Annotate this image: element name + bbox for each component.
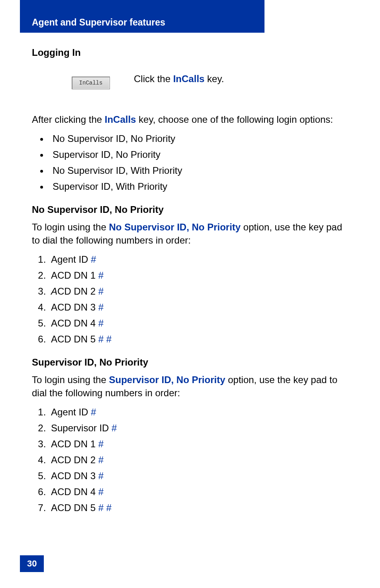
list-item: ACD DN 5 # #	[49, 334, 348, 345]
hash-symbol: #	[98, 270, 104, 281]
hash-symbol: #	[98, 470, 104, 481]
list-item: No Supervisor ID, With Priority	[49, 165, 348, 176]
list-item: ACD DN 1 #	[49, 439, 348, 450]
italic-a: A	[51, 286, 57, 297]
hash-symbol: #	[91, 254, 96, 265]
section-title: Logging In	[32, 47, 348, 58]
intro-post: key, choose one of the following login o…	[136, 114, 333, 125]
header-title: Agent and Supervisor features	[32, 17, 165, 28]
list-item: Supervisor ID, No Priority	[49, 149, 348, 160]
list-item: Supervisor ID #	[49, 423, 348, 434]
hash-symbol: #	[98, 454, 104, 465]
header-band: Agent and Supervisor features	[20, 0, 264, 33]
sec2-intro: To login using the Supervisor ID, No Pri…	[32, 374, 348, 399]
click-post: key.	[204, 73, 224, 84]
hash-symbol: #	[98, 302, 104, 313]
list-item: ACD DN 1 #	[49, 270, 348, 281]
sec1-intro-link[interactable]: No Supervisor ID, No Priority	[109, 222, 241, 232]
item-text: CD DN 2	[57, 286, 98, 297]
item-text: Agent ID	[51, 254, 91, 265]
hash-symbol: #	[112, 423, 117, 433]
item-text: Agent ID	[51, 407, 91, 417]
sec2-list: Agent ID #Supervisor ID #ACD DN 1 #ACD D…	[49, 407, 348, 513]
click-pre: Click the	[134, 73, 173, 84]
sec1-list: Agent ID #ACD DN 1 #ACD DN 2 #ACD DN 3 #…	[49, 254, 348, 345]
item-text: ACD DN 1	[51, 439, 98, 449]
sec1-intro: To login using the No Supervisor ID, No …	[32, 221, 348, 247]
page-number: 30	[20, 555, 44, 572]
options-list: No Supervisor ID, No Priority Supervisor…	[49, 133, 348, 192]
item-text: ACD DN 2	[51, 454, 98, 465]
list-item: No Supervisor ID, No Priority	[49, 133, 348, 144]
hash-symbol: #	[98, 286, 104, 297]
item-text: ACD DN 3	[51, 470, 98, 481]
hash-symbol: # #	[98, 502, 112, 513]
click-row: InCalls Click the InCalls key.	[32, 73, 348, 89]
list-item: ACD DN 2 #	[49, 286, 348, 297]
hash-symbol: #	[98, 439, 104, 449]
list-item: ACD DN 3 #	[49, 470, 348, 482]
click-link[interactable]: InCalls	[173, 73, 205, 84]
item-text: ACD DN 1	[51, 270, 98, 281]
item-text: Supervisor ID	[51, 423, 112, 433]
content: Logging In InCalls Click the InCalls key…	[32, 47, 348, 525]
sec1-title: No Supervisor ID, No Priority	[32, 204, 348, 215]
intro-link[interactable]: InCalls	[105, 114, 136, 125]
hash-symbol: #	[98, 318, 104, 328]
list-item: ACD DN 4 #	[49, 318, 348, 329]
sec2-intro-pre: To login using the	[32, 374, 109, 385]
list-item: Agent ID #	[49, 254, 348, 265]
item-text: ACD DN 3	[51, 302, 98, 313]
list-item: Agent ID #	[49, 407, 348, 418]
click-text: Click the InCalls key.	[134, 73, 224, 85]
list-item: ACD DN 4 #	[49, 486, 348, 498]
sec2-intro-link[interactable]: Supervisor ID, No Priority	[109, 374, 225, 385]
item-text: ACD DN 5	[51, 502, 98, 513]
sec2-title: Supervisor ID, No Priority	[32, 357, 348, 368]
hash-symbol: #	[98, 486, 104, 497]
page: Agent and Supervisor features Logging In…	[0, 0, 380, 588]
incalls-button-image: InCalls	[72, 77, 110, 89]
item-text: ACD DN 4	[51, 318, 98, 328]
list-item: Supervisor ID, With Priority	[49, 181, 348, 192]
hash-symbol: #	[91, 407, 96, 417]
intro-paragraph: After clicking the InCalls key, choose o…	[32, 113, 348, 126]
sec1-intro-pre: To login using the	[32, 222, 109, 232]
list-item: ACD DN 5 # #	[49, 502, 348, 513]
item-text: ACD DN 5	[51, 334, 98, 344]
list-item: ACD DN 2 #	[49, 454, 348, 466]
list-item: ACD DN 3 #	[49, 302, 348, 313]
item-text: ACD DN 4	[51, 486, 98, 497]
intro-pre: After clicking the	[32, 114, 105, 125]
hash-symbol: # #	[98, 334, 112, 344]
